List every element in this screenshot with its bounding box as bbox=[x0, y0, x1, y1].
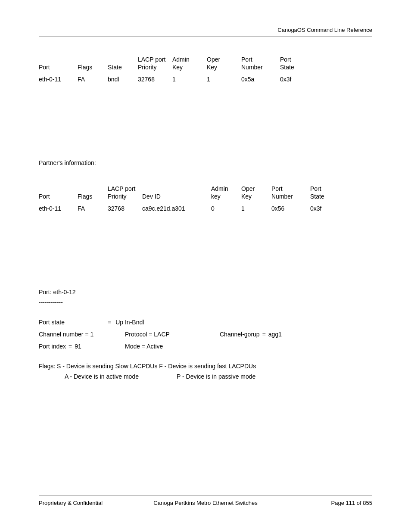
partners-label: Partner's information: bbox=[39, 159, 96, 166]
actor-table: LACP port Admin Oper Port Port Port Flag… bbox=[39, 56, 372, 83]
t2-sub-port: Port bbox=[271, 185, 310, 192]
t1-h-flags: Flags bbox=[78, 64, 108, 71]
port-title: Port: eth-0-12 bbox=[39, 289, 282, 296]
t1-h-portstate: State bbox=[280, 64, 314, 71]
t1-h-portnumber: Number bbox=[241, 64, 280, 71]
t1-d-portstate: 0x3f bbox=[280, 76, 314, 83]
flags-row1: Flags: S - Device is sending Slow LACPDU… bbox=[39, 363, 282, 370]
channel-gorup-value: agg1 bbox=[268, 331, 282, 338]
t2-d-adminkey: 0 bbox=[211, 205, 241, 212]
footer-line bbox=[39, 495, 372, 495]
t1-d-priority: 32768 bbox=[138, 76, 172, 83]
t2-sub-lacp-port: LACP port bbox=[108, 185, 142, 192]
header-title: CanogaOS Command Line Reference bbox=[277, 27, 372, 33]
port-section: Port: eth-0-12 ------------ Port state =… bbox=[39, 289, 282, 380]
port-divider: ------------ bbox=[39, 299, 282, 306]
flags-row2-part2: P - Device is in passive mode bbox=[177, 373, 255, 380]
channel-number: Channel number = 1 bbox=[39, 331, 125, 338]
t1-h-adminkey: Key bbox=[172, 64, 207, 71]
flags-row2-part1: A - Device is in active mode bbox=[65, 373, 177, 380]
footer-center: Canoga Pertkins Metro Ethernet Switches bbox=[153, 500, 257, 506]
t2-d-devid: ca9c.e21d.a301 bbox=[142, 205, 211, 212]
t1-d-operkey: 1 bbox=[207, 76, 241, 83]
t2-d-portstate: 0x3f bbox=[310, 205, 345, 212]
t2-h-flags: Flags bbox=[78, 193, 108, 200]
t2-sub-oper: Oper bbox=[241, 185, 271, 192]
t1-h-state: State bbox=[108, 64, 138, 71]
t1-h-operkey: Key bbox=[207, 64, 241, 71]
t1-d-flags: FA bbox=[78, 76, 108, 83]
t2-d-priority: 32768 bbox=[108, 205, 142, 212]
footer-left: Proprietary & Confidential bbox=[39, 500, 103, 506]
t2-d-port: eth-0-11 bbox=[39, 205, 78, 212]
t1-d-state: bndl bbox=[108, 76, 138, 83]
channel-gorup-eq: = bbox=[262, 331, 266, 338]
t2-h-adminkey: key bbox=[211, 193, 241, 200]
t1-h-priority: Priority bbox=[138, 64, 172, 71]
channel-gorup-label: Channel-gorup bbox=[220, 331, 260, 338]
port-index-value: 91 bbox=[75, 343, 81, 350]
protocol-label: Protocol = LACP bbox=[125, 331, 220, 338]
t2-h-priority: Priority bbox=[108, 193, 142, 200]
mode-label: Mode = Active bbox=[125, 343, 163, 350]
header-line bbox=[39, 37, 372, 37]
t1-h-port: Port bbox=[39, 64, 78, 71]
flags-section: Flags: S - Device is sending Slow LACPDU… bbox=[39, 363, 282, 380]
t2-h-operkey: Key bbox=[241, 193, 271, 200]
t1-d-adminkey: 1 bbox=[172, 76, 207, 83]
t1-sub-port: Port bbox=[241, 56, 280, 63]
t1-sub-admin: Admin bbox=[172, 56, 207, 63]
t1-sub-lacp-port: LACP port bbox=[138, 56, 172, 63]
t2-sub-admin: Admin bbox=[211, 185, 241, 192]
port-index-eq: = bbox=[68, 343, 72, 350]
port-state-value: Up In-Bndl bbox=[115, 319, 144, 326]
t2-h-port: Port bbox=[39, 193, 78, 200]
t2-h-portstate: State bbox=[310, 193, 345, 200]
t1-d-portnumber: 0x5a bbox=[241, 76, 280, 83]
port-state-eq: = bbox=[108, 319, 111, 326]
t2-sub-port2: Port bbox=[310, 185, 345, 192]
footer-right: Page 111 of 855 bbox=[331, 500, 372, 506]
t1-d-port: eth-0-11 bbox=[39, 76, 78, 83]
port-state-label: Port state bbox=[39, 319, 108, 326]
t2-d-portnumber: 0x56 bbox=[271, 205, 310, 212]
t2-h-devid: Dev ID bbox=[142, 193, 211, 200]
t1-sub-oper: Oper bbox=[207, 56, 241, 63]
port-index-label: Port index bbox=[39, 343, 66, 350]
partner-table: LACP port Admin Oper Port Port Port Flag… bbox=[39, 185, 372, 212]
t1-sub-port2: Port bbox=[280, 56, 314, 63]
t2-d-flags: FA bbox=[78, 205, 108, 212]
t2-h-portnumber: Number bbox=[271, 193, 310, 200]
t2-d-operkey: 1 bbox=[241, 205, 271, 212]
